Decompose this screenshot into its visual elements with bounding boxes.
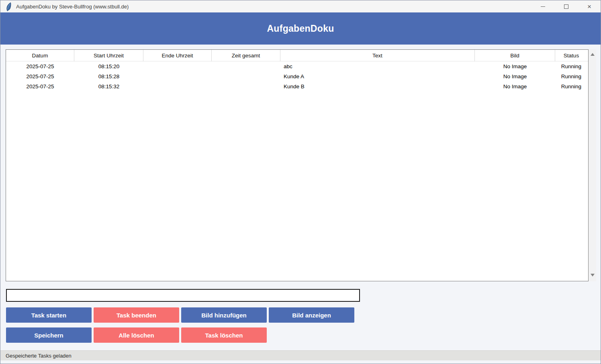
table-header-row: Datum Start Uhrzeit Ende Uhrzeit Zeit ge… [6, 50, 588, 61]
cell-start: 08:15:32 [74, 81, 143, 92]
alle-loeschen-button[interactable]: Alle löschen [94, 327, 179, 343]
cell-bild: No Image [475, 81, 555, 92]
cell-text: Kunde A [280, 71, 475, 81]
cell-bild: No Image [475, 71, 555, 81]
status-bar: Gespeicherte Tasks geladen [0, 350, 601, 360]
column-header-status[interactable]: Status [555, 50, 587, 61]
task-beenden-button[interactable]: Task beenden [94, 307, 179, 323]
cell-gesamt [212, 61, 280, 71]
cell-ende [143, 61, 212, 71]
task-text-input[interactable] [6, 289, 360, 302]
cell-datum: 2025-07-25 [6, 61, 74, 71]
app-header: AufgabenDoku [0, 12, 601, 45]
cell-datum: 2025-07-25 [6, 81, 74, 92]
title-bar: AufgabenDoku by Steve-Bullfrog (www.stbu… [0, 0, 601, 12]
column-header-start-uhrzeit[interactable]: Start Uhrzeit [74, 50, 143, 61]
task-table: Datum Start Uhrzeit Ende Uhrzeit Zeit ge… [6, 49, 596, 281]
cell-gesamt [212, 71, 280, 81]
table-scrollbar[interactable] [589, 49, 596, 281]
bild-hinzufuegen-button[interactable]: Bild hinzufügen [181, 307, 267, 323]
column-header-zeit-gesamt[interactable]: Zeit gesamt [212, 50, 280, 61]
speichern-button[interactable]: Speichern [6, 327, 92, 343]
cell-status: Running [555, 71, 587, 81]
cell-start: 08:15:28 [74, 71, 143, 81]
column-header-datum[interactable]: Datum [6, 50, 74, 61]
minimize-icon [541, 6, 545, 7]
cell-datum: 2025-07-25 [6, 71, 74, 81]
maximize-button[interactable] [557, 0, 575, 12]
cell-status: Running [555, 81, 587, 92]
column-header-ende-uhrzeit[interactable]: Ende Uhrzeit [143, 50, 212, 61]
close-icon: × [587, 3, 591, 10]
scroll-up-icon[interactable] [591, 53, 595, 56]
table-row[interactable]: 2025-07-25 08:15:20 abc No Image Running [6, 61, 588, 71]
status-text: Gespeicherte Tasks geladen [6, 353, 72, 359]
cell-gesamt [212, 81, 280, 92]
cell-text: Kunde B [280, 81, 475, 92]
cell-ende [143, 81, 212, 92]
task-list: Datum Start Uhrzeit Ende Uhrzeit Zeit ge… [6, 49, 589, 281]
window-controls: × [534, 0, 599, 12]
maximize-icon [564, 4, 568, 9]
cell-text: abc [280, 61, 475, 71]
column-header-text[interactable]: Text [280, 50, 475, 61]
cell-bild: No Image [475, 61, 555, 71]
bild-anzeigen-button[interactable]: Bild anzeigen [269, 307, 354, 323]
task-starten-button[interactable]: Task starten [6, 307, 92, 323]
app-window: AufgabenDoku by Steve-Bullfrog (www.stbu… [0, 0, 601, 364]
cell-status: Running [555, 61, 587, 71]
scroll-down-icon[interactable] [591, 274, 595, 277]
window-title: AufgabenDoku by Steve-Bullfrog (www.stbu… [16, 4, 129, 10]
feather-icon [5, 2, 12, 11]
app-title: AufgabenDoku [267, 23, 334, 34]
cell-start: 08:15:20 [74, 61, 143, 71]
close-button[interactable]: × [580, 0, 599, 12]
task-loeschen-button[interactable]: Task löschen [181, 327, 267, 343]
minimize-button[interactable] [534, 0, 552, 12]
table-row[interactable]: 2025-07-25 08:15:28 Kunde A No Image Run… [6, 71, 588, 81]
column-header-bild[interactable]: Bild [475, 50, 555, 61]
table-row[interactable]: 2025-07-25 08:15:32 Kunde B No Image Run… [6, 81, 588, 92]
cell-ende [143, 71, 212, 81]
